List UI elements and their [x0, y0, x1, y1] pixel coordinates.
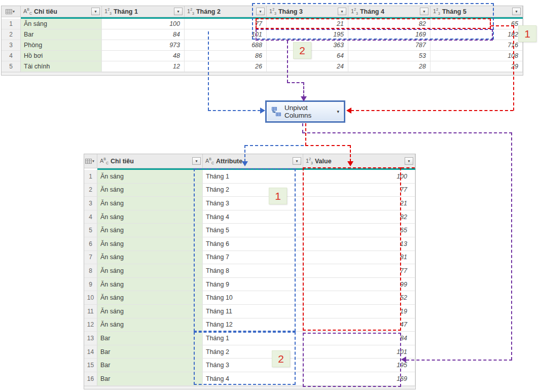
- data-cell[interactable]: 84: [303, 332, 415, 345]
- data-cell[interactable]: 19: [303, 305, 415, 318]
- data-cell[interactable]: Phòng: [21, 40, 102, 51]
- data-cell[interactable]: 65: [430, 19, 523, 29]
- data-cell[interactable]: 53: [348, 51, 430, 61]
- data-cell[interactable]: 716: [430, 40, 523, 51]
- row-number[interactable]: 5: [84, 224, 97, 237]
- data-cell[interactable]: Ăn sáng: [21, 19, 102, 29]
- row-number[interactable]: 8: [84, 264, 97, 278]
- row-number[interactable]: 9: [84, 278, 97, 292]
- row-number[interactable]: 6: [84, 237, 97, 251]
- filter-dropdown-button[interactable]: ▾: [192, 157, 201, 165]
- table-corner-button[interactable]: ▾: [2, 6, 21, 17]
- data-cell[interactable]: Ăn sáng: [97, 197, 203, 210]
- data-cell[interactable]: 100: [102, 19, 185, 29]
- data-cell[interactable]: 77: [303, 264, 415, 278]
- column-header-number[interactable]: 123Tháng 2▾: [185, 6, 267, 17]
- data-cell[interactable]: Tháng 2: [203, 184, 303, 197]
- data-cell[interactable]: 86: [185, 51, 267, 61]
- row-number[interactable]: 16: [84, 372, 97, 386]
- data-cell[interactable]: 99: [303, 278, 415, 292]
- row-number[interactable]: 12: [84, 318, 97, 332]
- data-cell[interactable]: Ăn sáng: [97, 278, 203, 292]
- data-cell[interactable]: 195: [267, 29, 348, 40]
- data-cell[interactable]: Bar: [21, 29, 102, 40]
- data-cell[interactable]: 21: [267, 19, 348, 29]
- row-number[interactable]: 11: [84, 305, 97, 318]
- filter-dropdown-button[interactable]: ▾: [420, 8, 428, 15]
- data-cell[interactable]: 65: [303, 224, 415, 237]
- data-cell[interactable]: 787: [348, 40, 430, 51]
- filter-dropdown-button[interactable]: ▾: [512, 8, 521, 15]
- data-cell[interactable]: 26: [185, 61, 267, 72]
- filter-dropdown-button[interactable]: ▾: [405, 157, 413, 165]
- row-number[interactable]: 10: [84, 291, 97, 305]
- data-cell[interactable]: 28: [348, 61, 430, 72]
- data-cell[interactable]: Tháng 12: [203, 318, 303, 332]
- data-cell[interactable]: Tháng 4: [203, 210, 303, 224]
- row-number[interactable]: 4: [84, 210, 97, 224]
- data-cell[interactable]: Bar: [97, 332, 203, 345]
- row-number[interactable]: 14: [84, 345, 97, 359]
- data-cell[interactable]: Ăn sáng: [97, 237, 203, 251]
- filter-dropdown-button[interactable]: ▾: [256, 8, 265, 15]
- filter-dropdown-button[interactable]: ▾: [174, 8, 183, 15]
- data-cell[interactable]: 13: [303, 237, 415, 251]
- data-cell[interactable]: 100: [303, 170, 415, 184]
- filter-dropdown-button[interactable]: ▾: [338, 8, 346, 15]
- row-number[interactable]: 1: [2, 19, 21, 29]
- data-cell[interactable]: Ăn sáng: [97, 264, 203, 278]
- data-cell[interactable]: 108: [430, 51, 523, 61]
- data-cell[interactable]: 81: [303, 251, 415, 265]
- data-cell[interactable]: 688: [185, 40, 267, 51]
- data-cell[interactable]: 24: [267, 61, 348, 72]
- unpivot-columns-button[interactable]: Unpivot Columns ▾: [265, 100, 345, 123]
- data-cell[interactable]: Hồ bơi: [21, 51, 102, 61]
- data-cell[interactable]: Bar: [97, 372, 203, 386]
- column-header-text[interactable]: ABCAttribute▾: [203, 154, 303, 168]
- data-cell[interactable]: Tháng 1: [203, 170, 303, 184]
- table-corner-button[interactable]: ▾: [84, 154, 97, 168]
- data-cell[interactable]: 169: [303, 372, 415, 386]
- filter-dropdown-button[interactable]: ▾: [293, 157, 301, 165]
- data-cell[interactable]: Tháng 6: [203, 237, 303, 251]
- row-number[interactable]: 1: [84, 170, 97, 184]
- data-cell[interactable]: Ăn sáng: [97, 224, 203, 237]
- data-cell[interactable]: Tài chính: [21, 61, 102, 72]
- data-cell[interactable]: 82: [303, 210, 415, 224]
- column-header-number[interactable]: 123Value▾: [303, 154, 415, 168]
- data-cell[interactable]: Ăn sáng: [97, 170, 203, 184]
- data-cell[interactable]: 101: [303, 345, 415, 359]
- data-cell[interactable]: Ăn sáng: [97, 318, 203, 332]
- column-header-number[interactable]: 123Tháng 5▾: [430, 6, 523, 17]
- column-header-chi-tieu[interactable]: ABCChỉ tiêu▾: [21, 6, 102, 17]
- data-cell[interactable]: 84: [102, 29, 185, 40]
- data-cell[interactable]: Tháng 5: [203, 224, 303, 237]
- data-cell[interactable]: 195: [303, 359, 415, 372]
- data-cell[interactable]: Tháng 7: [203, 251, 303, 265]
- data-cell[interactable]: 101: [185, 29, 267, 40]
- data-cell[interactable]: 47: [303, 318, 415, 332]
- data-cell[interactable]: Tháng 10: [203, 291, 303, 305]
- data-cell[interactable]: Ăn sáng: [97, 291, 203, 305]
- data-cell[interactable]: Ăn sáng: [97, 305, 203, 318]
- data-cell[interactable]: Tháng 4: [203, 372, 303, 386]
- data-cell[interactable]: Bar: [97, 359, 203, 372]
- data-cell[interactable]: 48: [102, 51, 185, 61]
- data-cell[interactable]: Ăn sáng: [97, 184, 203, 197]
- column-header-number[interactable]: 123Tháng 3▾: [267, 6, 348, 17]
- data-cell[interactable]: 973: [102, 40, 185, 51]
- row-number[interactable]: 13: [84, 332, 97, 345]
- column-header-chi-tieu[interactable]: ABCChỉ tiêu▾: [97, 154, 203, 168]
- data-cell[interactable]: 77: [303, 184, 415, 197]
- data-cell[interactable]: Tháng 3: [203, 197, 303, 210]
- row-number[interactable]: 7: [84, 251, 97, 265]
- row-number[interactable]: 3: [2, 40, 21, 51]
- data-cell[interactable]: 182: [430, 29, 523, 40]
- data-cell[interactable]: 169: [348, 29, 430, 40]
- data-cell[interactable]: 12: [102, 61, 185, 72]
- row-number[interactable]: 2: [2, 29, 21, 40]
- data-cell[interactable]: Tháng 9: [203, 278, 303, 292]
- column-header-number[interactable]: 123Tháng 1▾: [102, 6, 185, 17]
- data-cell[interactable]: 52: [303, 291, 415, 305]
- data-cell[interactable]: 77: [185, 19, 267, 29]
